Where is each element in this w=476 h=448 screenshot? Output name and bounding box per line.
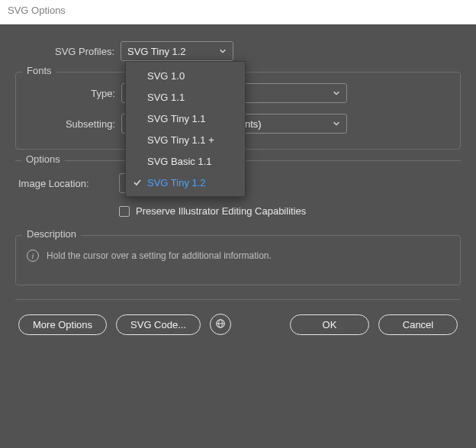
preview-web-button[interactable] (210, 314, 231, 335)
svg-options-dialog: SVG Options SVG Profiles: SVG Tiny 1.2 F… (0, 0, 476, 448)
dropdown-item-label: SVG Tiny 1.1 + (147, 134, 214, 146)
preserve-capabilities-row[interactable]: Preserve Illustrator Editing Capabilitie… (119, 205, 458, 217)
dropdown-item-label: SVG 1.1 (147, 92, 185, 103)
chevron-down-icon (333, 89, 340, 97)
svg-profiles-value: SVG Tiny 1.2 (127, 46, 186, 57)
dropdown-item-label: SVG Basic 1.1 (147, 156, 212, 167)
dropdown-item[interactable]: SVG 1.1 (126, 86, 245, 108)
fonts-type-label: Type: (25, 88, 121, 99)
dropdown-item[interactable]: SVG Tiny 1.1 + (126, 129, 245, 150)
svg-code-button[interactable]: SVG Code... (116, 314, 201, 335)
chevron-down-icon (219, 47, 227, 55)
svg-profiles-dropdown[interactable]: SVG 1.0 SVG 1.1 SVG Tiny 1.1 SVG Tiny 1.… (125, 61, 246, 197)
info-icon: i (27, 250, 39, 262)
cancel-button[interactable]: Cancel (378, 314, 458, 335)
button-row: More Options SVG Code... OK Cancel (9, 314, 467, 349)
description-hint: Hold the cursor over a setting for addit… (47, 250, 272, 261)
options-legend: Options (21, 153, 65, 165)
dropdown-item[interactable]: SVG Basic 1.1 (126, 150, 245, 172)
description-legend: Description (22, 228, 81, 240)
more-options-button[interactable]: More Options (18, 314, 107, 335)
dialog-body: SVG Profiles: SVG Tiny 1.2 Fonts Type: (0, 24, 476, 448)
description-fieldset: Description i Hold the cursor over a set… (15, 235, 461, 285)
check-icon (132, 178, 143, 187)
dropdown-item-label: SVG Tiny 1.1 (147, 113, 206, 124)
ok-button[interactable]: OK (290, 314, 369, 335)
preserve-checkbox[interactable] (119, 206, 130, 217)
window-title: SVG Options (8, 5, 66, 16)
chevron-down-icon (333, 120, 340, 127)
titlebar: SVG Options (0, 0, 476, 24)
description-hint-row: i Hold the cursor over a setting for add… (27, 250, 449, 262)
dropdown-item[interactable]: SVG Tiny 1.1 (126, 108, 245, 129)
image-location-label: Image Location: (18, 178, 119, 189)
dropdown-item[interactable]: SVG 1.0 (126, 65, 245, 86)
svg-profiles-label: SVG Profiles: (18, 46, 121, 57)
fonts-subsetting-label: Subsetting: (25, 118, 121, 130)
globe-icon (215, 318, 226, 331)
dropdown-item-label: SVG Tiny 1.2 (147, 177, 206, 189)
divider (15, 299, 461, 300)
dropdown-item-label: SVG 1.0 (147, 70, 185, 82)
fonts-legend: Fonts (22, 65, 56, 76)
svg-profiles-select[interactable]: SVG Tiny 1.2 (121, 41, 233, 61)
fonts-subsetting-value-fragment: nts) (245, 118, 262, 130)
svg-profiles-row: SVG Profiles: SVG Tiny 1.2 (18, 41, 467, 61)
preserve-label: Preserve Illustrator Editing Capabilitie… (136, 205, 306, 217)
dropdown-item-selected[interactable]: SVG Tiny 1.2 (126, 172, 245, 193)
